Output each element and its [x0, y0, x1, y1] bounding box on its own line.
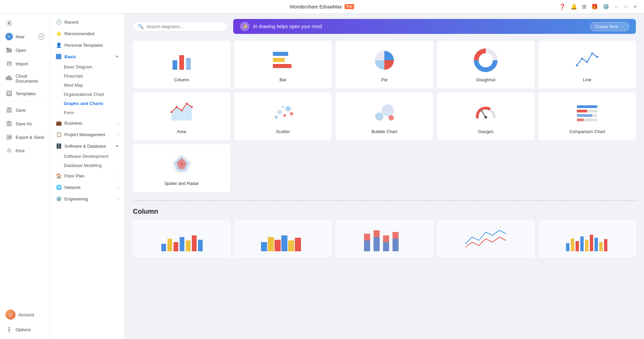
open-button[interactable]: Open	[1, 44, 48, 57]
ai-banner-content: ✨ AI drawing helps open your mind	[240, 22, 322, 31]
print-button[interactable]: Print	[1, 144, 48, 157]
sidebar-item-floor-plan[interactable]: 🏠 Floor Plan ›	[50, 170, 124, 182]
export-send-button[interactable]: Export & Send	[1, 131, 48, 144]
chart-type-column[interactable]: Column	[133, 41, 230, 88]
svg-point-33	[576, 64, 578, 66]
template-preview-3	[336, 221, 432, 257]
svg-rect-69	[180, 237, 184, 251]
template-preview-1	[134, 221, 229, 257]
template-card-2[interactable]	[234, 220, 331, 257]
maximize-button[interactable]: □	[622, 3, 629, 10]
recommended-icon: ⭐	[56, 30, 62, 37]
new-button[interactable]: + New +	[1, 30, 48, 43]
svg-rect-4	[6, 91, 12, 96]
sidebar-item-graphs-charts[interactable]: Graphs and Charts	[50, 99, 124, 108]
chart-type-grid: Column Bar	[133, 41, 636, 192]
template-card-3[interactable]	[336, 220, 433, 257]
sidebar-divider-1	[3, 102, 47, 102]
cloud-label: Cloud Documents	[16, 73, 44, 84]
chart-type-bubble[interactable]: Bubble Chart	[336, 92, 433, 140]
bar-chart-visual	[269, 47, 297, 74]
sidebar-item-recent[interactable]: 🕐 Recent	[50, 16, 124, 28]
templates-button[interactable]: Templates	[1, 87, 48, 100]
chart-type-area[interactable]: Area	[133, 92, 230, 140]
account-label: Account	[18, 312, 34, 317]
chart-type-gauges[interactable]: Gauges	[437, 92, 535, 140]
options-button[interactable]: Options	[1, 323, 48, 336]
chart-type-spider[interactable]: Spider and Radar	[133, 144, 230, 192]
template-card-5[interactable]	[539, 220, 636, 257]
search-input[interactable]	[146, 24, 223, 29]
settings-icon[interactable]: ⚙️	[601, 2, 611, 11]
svg-rect-58	[577, 114, 592, 117]
svg-text:+: +	[9, 122, 10, 124]
save-button[interactable]: Save	[1, 104, 48, 116]
chart-type-comparison[interactable]: Comparison Chart	[539, 92, 636, 140]
svg-point-38	[170, 111, 173, 113]
options-label: Options	[16, 327, 31, 332]
back-button[interactable]	[1, 17, 48, 29]
new-plus-icon[interactable]: +	[38, 34, 44, 40]
svg-point-37	[596, 56, 598, 58]
svg-point-0	[6, 20, 13, 26]
sidebar-item-business[interactable]: 💼 Business ›	[50, 117, 124, 129]
sidebar-item-project-management[interactable]: 📋 Project Management ›	[50, 129, 124, 140]
svg-rect-54	[577, 105, 597, 108]
engineering-label: Engineering	[64, 196, 88, 202]
sidebar-item-basic[interactable]: Basic ▼	[50, 51, 124, 62]
sidebar-item-database-modeling[interactable]: Database Modeling	[50, 161, 124, 170]
import-button[interactable]: Import	[1, 57, 48, 70]
template-card-1[interactable]	[133, 220, 230, 257]
svg-rect-25	[273, 52, 288, 56]
sidebar-item-network[interactable]: 🌐 Network ›	[50, 182, 124, 193]
sidebar-item-personal-templates[interactable]: 👤 Personal Templates	[50, 39, 124, 51]
template-card-4[interactable]	[437, 220, 535, 257]
chart-type-scatter[interactable]: Scatter	[234, 92, 331, 140]
svg-rect-94	[599, 242, 603, 251]
chart-type-doughnut[interactable]: Doughnut	[437, 41, 535, 88]
bubble-chart-visual	[371, 99, 398, 126]
svg-rect-5	[7, 92, 9, 93]
svg-rect-84	[383, 242, 389, 251]
question-icon[interactable]: ❓	[558, 2, 567, 11]
svg-point-44	[277, 110, 282, 114]
svg-point-19	[8, 329, 10, 331]
minimize-button[interactable]: ─	[613, 3, 620, 10]
sidebar-item-form[interactable]: Form	[50, 108, 124, 117]
svg-rect-72	[198, 240, 203, 251]
export-label: Export & Send	[16, 135, 44, 140]
svg-rect-18	[8, 152, 11, 153]
recent-icon: 🕐	[56, 19, 62, 25]
sidebar-item-software-development[interactable]: Software Development	[50, 152, 124, 161]
account-button[interactable]: U Account	[1, 307, 48, 322]
close-button[interactable]: ✕	[632, 3, 639, 10]
main-content: 🔍 ✨ AI drawing helps open your mind Crea…	[125, 14, 644, 339]
open-label: Open	[16, 48, 26, 53]
new-icon: +	[5, 33, 13, 40]
create-now-button[interactable]: Create Now →	[590, 22, 629, 31]
sidebar-item-basic-diagram[interactable]: Basic Diagram	[50, 62, 124, 71]
svg-rect-26	[273, 58, 285, 62]
svg-point-46	[285, 106, 291, 111]
svg-rect-71	[192, 235, 197, 251]
chart-type-bar[interactable]: Bar	[234, 41, 331, 88]
import-label: Import	[16, 61, 28, 66]
save-as-button[interactable]: + Save As	[1, 117, 48, 130]
svg-rect-23	[179, 55, 184, 70]
sidebar-item-software-database[interactable]: 🗄️ Software & Database ▼	[50, 140, 124, 152]
bell-icon[interactable]: 🔔	[569, 2, 579, 11]
recommended-label: Recommended	[64, 31, 94, 36]
chart-type-pie[interactable]: Pie	[336, 41, 433, 88]
svg-rect-91	[585, 240, 588, 251]
sidebar-item-mind-map[interactable]: Mind Map	[50, 81, 124, 90]
sidebar-item-flowchart[interactable]: Flowchart	[50, 71, 124, 81]
cloud-documents-button[interactable]: Cloud Documents	[1, 71, 48, 86]
gift-icon[interactable]: 🎁	[590, 2, 599, 11]
sidebar-item-org-chart[interactable]: Organizational Chart	[50, 90, 124, 99]
separator	[133, 200, 636, 201]
chart-type-line[interactable]: Line	[539, 41, 636, 88]
sidebar-item-recommended[interactable]: ⭐ Recommended	[50, 28, 124, 39]
sidebar-item-engineering[interactable]: ⚙️ Engineering ›	[50, 193, 124, 205]
grid-icon[interactable]: ⊞	[581, 2, 588, 11]
column-label: Column	[174, 77, 189, 82]
